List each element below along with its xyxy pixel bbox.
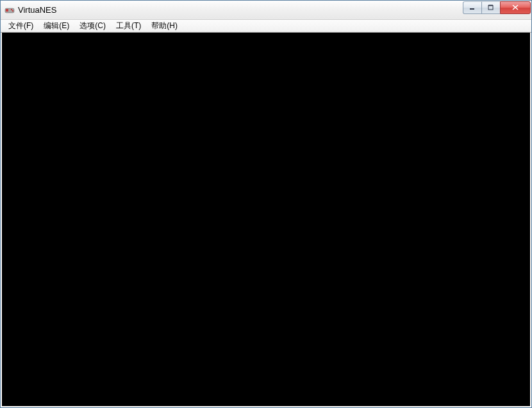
menu-help[interactable]: 帮助(H) — [146, 19, 183, 33]
close-button[interactable] — [500, 1, 531, 14]
window-title: VirtuaNES — [18, 5, 463, 15]
maximize-button[interactable] — [481, 1, 501, 14]
svg-rect-1 — [6, 9, 8, 12]
menu-edit[interactable]: 编辑(E) — [38, 19, 74, 33]
menubar: 文件(F) 编辑(E) 选项(C) 工具(T) 帮助(H) — [1, 20, 531, 33]
svg-point-2 — [11, 8, 12, 10]
svg-point-3 — [12, 10, 13, 11]
application-window: VirtuaNES 文件(F) 编辑(E) — [0, 0, 532, 408]
minimize-button[interactable] — [463, 1, 482, 14]
window-controls — [463, 1, 531, 15]
emulator-viewport[interactable] — [1, 33, 531, 407]
menu-options[interactable]: 选项(C) — [74, 19, 111, 33]
titlebar[interactable]: VirtuaNES — [1, 1, 531, 20]
menu-file[interactable]: 文件(F) — [3, 19, 38, 33]
menu-tools[interactable]: 工具(T) — [111, 19, 146, 33]
app-icon — [4, 5, 15, 15]
